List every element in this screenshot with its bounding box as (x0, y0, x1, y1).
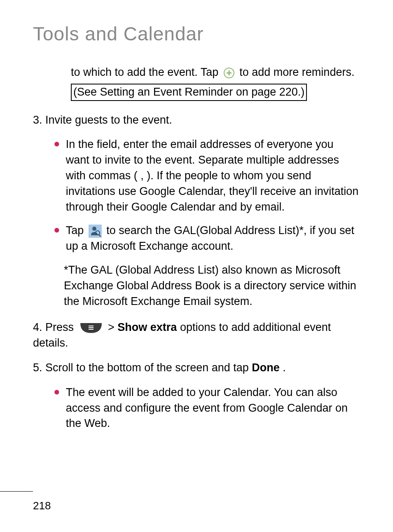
step-4-prefix: 4. Press (33, 321, 77, 333)
continuation-line: to which to add the event. Tap to add mo… (71, 65, 360, 80)
bullet-text: Tap to search the GAL(Global Address Lis… (66, 223, 360, 254)
step-5-bullet-1: ● The event will be added to your Calend… (54, 385, 360, 431)
step-5: 5. Scroll to the bottom of the screen an… (33, 360, 360, 376)
step-3-bullet-2: ● Tap to search the GAL(Global Address L… (54, 223, 360, 254)
bullet-2-prefix: Tap (66, 224, 87, 237)
bullet-text: In the field, enter the email addresses … (66, 137, 360, 215)
step-3-bullet-1: ● In the field, enter the email addresse… (54, 137, 360, 215)
cross-reference-link[interactable]: (See Setting an Event Reminder on page 2… (71, 84, 307, 101)
page-number: 218 (33, 499, 51, 512)
bullet-2-suffix: to search the GAL(Global Address List)*,… (66, 224, 354, 252)
bullet-icon: ● (54, 385, 60, 399)
step-5-prefix: 5. Scroll to the bottom of the screen an… (33, 361, 252, 374)
svg-rect-8 (89, 327, 94, 328)
bullet-icon: ● (54, 223, 60, 237)
bullet-icon: ● (54, 137, 60, 151)
svg-rect-9 (89, 329, 94, 330)
svg-point-4 (92, 227, 96, 231)
plus-icon (223, 67, 235, 79)
gal-search-icon (89, 225, 102, 238)
continuation-text-before: to which to add the event. Tap (71, 66, 222, 78)
content-body: to which to add the event. Tap to add mo… (33, 65, 360, 431)
svg-rect-7 (89, 326, 94, 326)
step-5-bold: Done (252, 361, 280, 374)
step-5-suffix: . (283, 361, 286, 374)
step-4-bold: Show extra (117, 321, 177, 333)
continuation-text-after: to add more reminders. (239, 66, 354, 78)
step-3: 3. Invite guests to the event. (33, 112, 360, 128)
page-title: Tools and Calendar (33, 23, 360, 45)
bullet-text: The event will be added to your Calendar… (66, 385, 360, 431)
menu-button-icon (80, 322, 103, 334)
gal-footnote: *The GAL (Global Address List) also know… (64, 262, 360, 309)
step-4-suffix: options to add additional event details. (33, 321, 331, 349)
step-4: 4. Press > Show extra options to add add… (33, 320, 360, 351)
link-text: (See Setting an Event Reminder on page 2… (73, 86, 304, 98)
step-4-middle: > (108, 321, 117, 333)
